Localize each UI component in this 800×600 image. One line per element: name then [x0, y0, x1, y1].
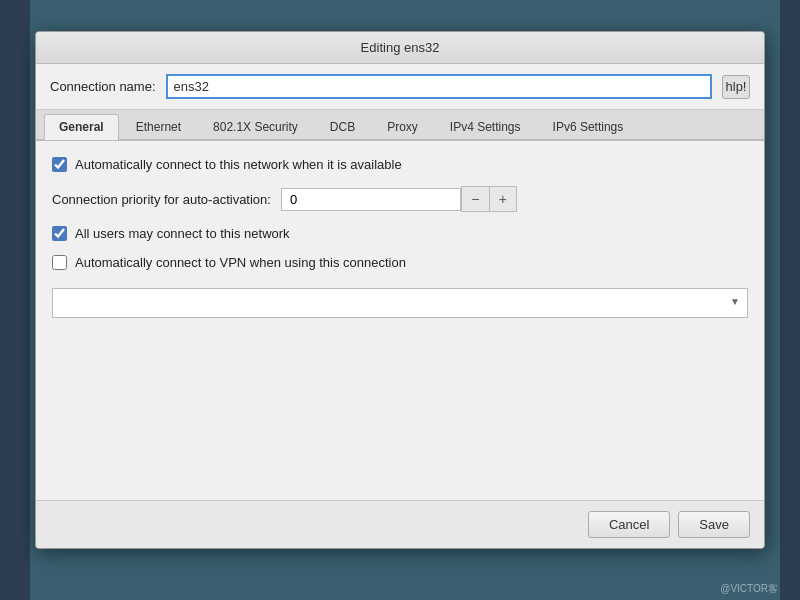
- tab-security[interactable]: 802.1X Security: [198, 114, 313, 139]
- all-users-label: All users may connect to this network: [75, 226, 290, 241]
- vpn-auto-connect-row: Automatically connect to VPN when using …: [52, 255, 748, 270]
- dialog-overlay: Editing ens32 Connection name: hlp! Gene…: [0, 0, 800, 600]
- vpn-connect-label: Automatically connect to VPN when using …: [75, 255, 406, 270]
- priority-input[interactable]: [281, 188, 461, 211]
- all-users-row: All users may connect to this network: [52, 226, 748, 241]
- priority-spinner: − +: [281, 186, 517, 212]
- tab-dcb[interactable]: DCB: [315, 114, 370, 139]
- help-button[interactable]: hlp!: [722, 75, 750, 99]
- vpn-dropdown[interactable]: [52, 288, 748, 318]
- priority-label: Connection priority for auto-activation:: [52, 192, 271, 207]
- auto-connect-row: Automatically connect to this network wh…: [52, 157, 748, 172]
- connection-name-label: Connection name:: [50, 79, 156, 94]
- tab-ethernet[interactable]: Ethernet: [121, 114, 196, 139]
- watermark: @VICTOR客: [720, 582, 778, 596]
- cancel-button[interactable]: Cancel: [588, 511, 670, 538]
- editing-dialog: Editing ens32 Connection name: hlp! Gene…: [35, 31, 765, 549]
- tab-ipv4[interactable]: IPv4 Settings: [435, 114, 536, 139]
- tabs-container: General Ethernet 802.1X Security DCB Pro…: [36, 110, 764, 140]
- tab-ipv6[interactable]: IPv6 Settings: [538, 114, 639, 139]
- tab-general[interactable]: General: [44, 114, 119, 140]
- tab-content-general: Automatically connect to this network wh…: [36, 140, 764, 500]
- auto-connect-checkbox[interactable]: [52, 157, 67, 172]
- auto-connect-label: Automatically connect to this network wh…: [75, 157, 402, 172]
- vpn-dropdown-wrapper: [52, 284, 748, 318]
- all-users-checkbox[interactable]: [52, 226, 67, 241]
- priority-row: Connection priority for auto-activation:…: [52, 186, 748, 212]
- vpn-connect-checkbox[interactable]: [52, 255, 67, 270]
- dialog-footer: Cancel Save: [36, 500, 764, 548]
- priority-increase-button[interactable]: +: [489, 186, 517, 212]
- dialog-title: Editing ens32: [361, 40, 440, 55]
- connection-name-row: Connection name: hlp!: [36, 64, 764, 110]
- priority-decrease-button[interactable]: −: [461, 186, 489, 212]
- title-bar: Editing ens32: [36, 32, 764, 64]
- save-button[interactable]: Save: [678, 511, 750, 538]
- connection-name-input[interactable]: [166, 74, 712, 99]
- tab-proxy[interactable]: Proxy: [372, 114, 433, 139]
